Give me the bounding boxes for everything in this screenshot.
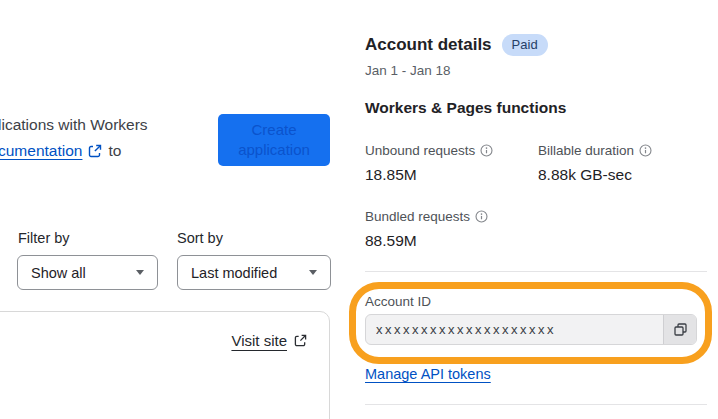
account-id-label: Account ID bbox=[365, 294, 431, 309]
account-id-field bbox=[365, 314, 697, 345]
functions-section-title: Workers & Pages functions bbox=[365, 99, 566, 117]
date-range: Jan 1 - Jan 18 bbox=[365, 63, 451, 78]
filter-by-label: Filter by bbox=[18, 230, 70, 246]
stat-label-unbound: Unbound requests bbox=[365, 143, 493, 158]
workers-pages-page: lications with Workers cumentation to Cr… bbox=[0, 0, 718, 419]
account-details-header: Account details Paid bbox=[365, 34, 548, 56]
divider bbox=[365, 404, 707, 405]
filter-dropdown[interactable]: Show all bbox=[17, 255, 158, 290]
sort-by-label: Sort by bbox=[177, 230, 223, 246]
plan-badge: Paid bbox=[502, 34, 548, 56]
account-id-input[interactable] bbox=[366, 315, 663, 344]
intro-text-line2: cumentation to bbox=[0, 142, 121, 160]
visit-site-link[interactable]: Visit site bbox=[231, 332, 307, 349]
manage-api-tokens-link[interactable]: Manage API tokens bbox=[365, 366, 491, 382]
documentation-link[interactable]: cumentation bbox=[0, 142, 82, 160]
account-details-title: Account details bbox=[365, 35, 492, 55]
intro-text-suffix: to bbox=[108, 142, 121, 160]
visit-site-label: Visit site bbox=[231, 332, 287, 349]
filter-dropdown-value: Show all bbox=[31, 265, 86, 281]
create-application-button[interactable]: Create application bbox=[218, 114, 330, 166]
info-icon[interactable] bbox=[639, 144, 652, 157]
info-icon[interactable] bbox=[475, 210, 488, 223]
sort-dropdown[interactable]: Last modified bbox=[177, 255, 331, 290]
project-card: Visit site bbox=[0, 311, 330, 419]
copy-icon bbox=[673, 322, 688, 337]
stat-value-unbound: 18.85M bbox=[365, 166, 417, 184]
external-link-icon bbox=[294, 334, 307, 347]
stat-label-text: Unbound requests bbox=[365, 143, 475, 158]
stat-label-billable: Billable duration bbox=[538, 143, 652, 158]
external-link-icon bbox=[88, 144, 102, 158]
stat-value-billable: 8.88k GB-sec bbox=[538, 166, 632, 184]
stat-label-text: Billable duration bbox=[538, 143, 634, 158]
stat-label-bundled: Bundled requests bbox=[365, 209, 488, 224]
divider bbox=[365, 271, 707, 272]
stat-label-text: Bundled requests bbox=[365, 209, 470, 224]
stat-value-bundled: 88.59M bbox=[365, 232, 417, 250]
info-icon[interactable] bbox=[480, 144, 493, 157]
copy-button[interactable] bbox=[663, 315, 696, 344]
intro-text-line1: lications with Workers bbox=[0, 116, 148, 134]
caret-down-icon bbox=[136, 270, 144, 275]
sort-dropdown-value: Last modified bbox=[191, 265, 277, 281]
caret-down-icon bbox=[309, 270, 317, 275]
